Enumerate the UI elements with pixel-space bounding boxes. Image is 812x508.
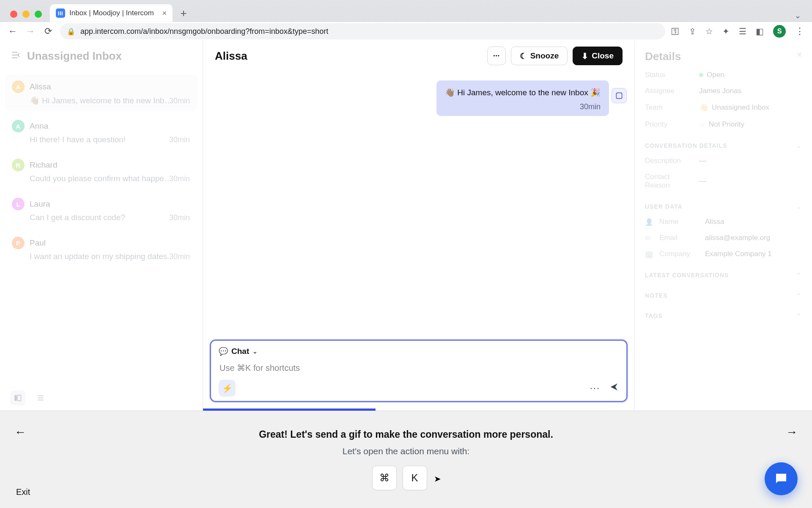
send-button[interactable] <box>609 382 619 394</box>
status-value[interactable]: Open <box>699 71 724 79</box>
team-key: Team <box>645 103 694 112</box>
cursor-icon: ➤ <box>434 474 441 484</box>
address-bar[interactable]: 🔒 app.intercom.com/a/inbox/nnsgmgob/onbo… <box>60 23 665 39</box>
macros-button[interactable]: ⚡ <box>219 380 236 397</box>
composer-input[interactable]: Use ⌘K for shortcuts <box>219 361 619 375</box>
conversation-list: A Alissa 👋🏽 Hi James, welcome to the new… <box>0 71 203 385</box>
more-button[interactable]: ··· <box>487 47 506 65</box>
snooze-button[interactable]: ☾ Snooze <box>511 47 568 65</box>
conversation-item[interactable]: R Richard Could you please confirm what … <box>5 153 198 189</box>
close-label: Close <box>592 51 614 61</box>
section-latest-conversations[interactable]: LATEST CONVERSATIONS <box>645 272 729 279</box>
browser-tab[interactable]: III Inbox | Moodjoy | Intercom × <box>50 4 173 22</box>
conversation-name: Laura <box>30 199 50 209</box>
reading-list-icon[interactable]: ☰ <box>739 26 746 36</box>
sidepanel-icon[interactable]: ◧ <box>756 26 764 36</box>
composer-mode-selector[interactable]: 💬 Chat ⌄ <box>219 347 619 356</box>
status-key: Status <box>645 71 694 79</box>
description-value[interactable]: — <box>699 157 706 165</box>
new-tab-button[interactable]: + <box>177 7 190 20</box>
section-tags[interactable]: TAGS <box>645 312 663 319</box>
dots-icon: ··· <box>493 51 500 61</box>
conversation-title: Alissa <box>215 50 482 63</box>
team-icon: 👋 <box>699 103 708 112</box>
reload-button[interactable]: ⟳ <box>42 26 54 37</box>
onboarding-next-button[interactable]: → <box>786 425 798 439</box>
key-icon[interactable]: ⚿ <box>671 27 680 36</box>
name-key: Name <box>659 218 700 226</box>
conversation-item[interactable]: L Laura Can I get a discount code? 30min <box>5 192 198 228</box>
conversation-item[interactable]: A Anna Hi there! I have a question! 30mi… <box>5 114 198 150</box>
chrome-menu-icon[interactable]: ⋮ <box>795 26 805 37</box>
inbox-footer <box>0 385 203 411</box>
tabs-dropdown-icon[interactable]: ⌄ <box>795 11 801 20</box>
tab-title: Inbox | Moodjoy | Intercom <box>69 9 158 17</box>
priority-value[interactable]: ☆Not Priority <box>699 120 744 129</box>
conversation-time: 30min <box>169 213 190 222</box>
composer-mode-label: Chat <box>231 347 249 356</box>
view-columns-button[interactable] <box>10 390 25 406</box>
conversation-panel: Alissa ··· ☾ Snooze ⬇ Close 👋🏽 Hi James,… <box>203 41 634 411</box>
collapse-sidebar-icon[interactable] <box>10 50 21 62</box>
svg-rect-2 <box>616 93 622 98</box>
assignee-value[interactable]: James Jonas <box>699 87 741 95</box>
tab-strip: III Inbox | Moodjoy | Intercom × + <box>50 4 190 22</box>
composer[interactable]: 💬 Chat ⌄ Use ⌘K for shortcuts ⚡ ··· <box>210 340 628 402</box>
back-button[interactable]: ← <box>7 26 19 37</box>
section-conversation-details[interactable]: CONVERSATION DETAILS <box>645 142 727 149</box>
star-icon: ☆ <box>699 120 705 129</box>
mail-icon: ✉ <box>645 234 654 242</box>
toolbar: ← → ⟳ 🔒 app.intercom.com/a/inbox/nnsgmgo… <box>0 22 812 41</box>
conversation-preview: I want an update on my shipping dates. <box>12 252 191 261</box>
window-close-button[interactable] <box>10 11 17 18</box>
inbox-header: Unassigned Inbox <box>0 41 203 71</box>
intercom-launcher[interactable] <box>765 462 798 495</box>
onboarding-bar: ← → Great! Let's send a gif to make the … <box>0 411 812 508</box>
bookmark-icon[interactable]: ☆ <box>705 26 713 36</box>
company-icon: 🏢 <box>645 250 654 258</box>
team-value[interactable]: 👋Unassigned Inbox <box>699 103 769 112</box>
extensions-icon[interactable]: ✦ <box>722 26 730 36</box>
conversation-preview: Could you please confirm what happe… <box>12 174 191 183</box>
onboarding-prev-button[interactable]: ← <box>14 425 26 439</box>
conversation-item[interactable]: A Alissa 👋🏽 Hi James, welcome to the new… <box>5 75 198 111</box>
window-minimize-button[interactable] <box>22 11 30 18</box>
moon-icon: ☾ <box>520 51 527 61</box>
onboarding-headline: Great! Let's send a gif to make the conv… <box>259 429 553 440</box>
tab-close-icon[interactable]: × <box>162 9 167 18</box>
message-source-icon[interactable] <box>612 88 627 103</box>
priority-key: Priority <box>645 120 694 129</box>
conversation-preview: Hi there! I have a question! <box>12 135 191 144</box>
profile-avatar[interactable]: S <box>773 25 786 38</box>
toolbar-right: ⚿ ⇪ ☆ ✦ ☰ ◧ S ⋮ <box>671 25 805 38</box>
message-text: 👋🏽 Hi James, welcome to the new Inbox 🎉 <box>445 87 601 98</box>
chevron-up-icon: ⌃ <box>796 312 802 319</box>
composer-more-icon[interactable]: ··· <box>590 383 600 394</box>
avatar: L <box>12 198 25 210</box>
section-user-data[interactable]: USER DATA <box>645 203 683 210</box>
email-value[interactable]: alissa@example.org <box>705 234 770 242</box>
reason-value[interactable]: — <box>699 177 706 185</box>
share-icon[interactable]: ⇪ <box>689 26 696 36</box>
window-maximize-button[interactable] <box>35 11 42 18</box>
company-value[interactable]: Example Company 1 <box>705 250 772 258</box>
name-value[interactable]: Alissa <box>705 218 724 226</box>
onboarding-exit-button[interactable]: Exit <box>16 487 30 497</box>
message-bubble: 👋🏽 Hi James, welcome to the new Inbox 🎉 … <box>436 80 609 116</box>
close-button[interactable]: ⬇ Close <box>573 47 623 65</box>
section-notes[interactable]: NOTES <box>645 292 667 299</box>
avatar: P <box>12 237 25 249</box>
key-cmd: ⌘ <box>372 466 397 490</box>
chevron-down-icon: ⌄ <box>796 142 802 149</box>
composer-wrap: 💬 Chat ⌄ Use ⌘K for shortcuts ⚡ ··· <box>203 340 634 411</box>
message-area: 👋🏽 Hi James, welcome to the new Inbox 🎉 … <box>203 71 634 340</box>
details-close-icon[interactable]: × <box>797 50 802 63</box>
conversation-time: 30min <box>169 252 190 261</box>
status-dot-icon <box>699 73 703 77</box>
tab-favicon-icon: III <box>56 8 65 18</box>
inbox-title: Unassigned Inbox <box>27 50 122 63</box>
view-list-button[interactable] <box>33 390 48 406</box>
company-key: Company <box>659 250 700 258</box>
forward-button[interactable]: → <box>25 26 36 37</box>
conversation-item[interactable]: P Paul I want an update on my shipping d… <box>5 231 198 267</box>
